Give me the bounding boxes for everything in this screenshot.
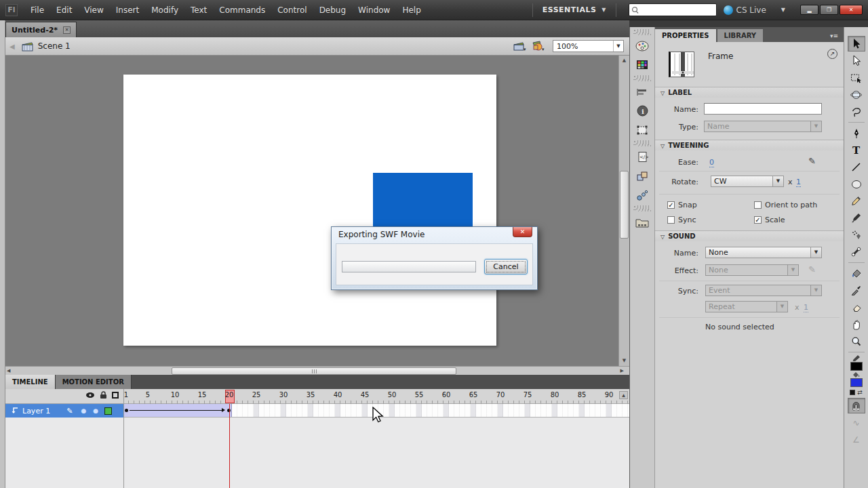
search-field[interactable] xyxy=(640,5,708,15)
layer-name-cell[interactable]: Layer 1 ✎ ● ● xyxy=(5,404,123,418)
document-tab[interactable]: Untitled-2* ✕ xyxy=(5,22,77,37)
timeline-scroll-up-icon[interactable]: ▲ xyxy=(619,391,628,399)
minimize-button[interactable]: ▂ xyxy=(800,5,818,15)
dock-drag-handle[interactable] xyxy=(633,140,651,146)
smooth-option-icon[interactable]: ∿ xyxy=(848,415,865,430)
edit-scene-icon[interactable]: ▾ xyxy=(513,41,527,52)
tool-line[interactable] xyxy=(848,159,865,175)
scroll-up-icon[interactable]: ▲ xyxy=(619,56,629,65)
dialog-close-button[interactable]: ✕ xyxy=(513,227,532,237)
menu-help[interactable]: Help xyxy=(396,0,427,20)
chevron-down-icon[interactable]: ▼ xyxy=(781,7,785,13)
components-panel-icon[interactable] xyxy=(633,167,651,184)
stroke-color-swatch[interactable] xyxy=(850,362,863,371)
black-white-colors-icon[interactable] xyxy=(850,390,855,395)
layer-name[interactable]: Layer 1 xyxy=(22,407,50,415)
scroll-down-icon[interactable]: ▼ xyxy=(619,357,629,365)
tool-lasso[interactable] xyxy=(848,104,865,119)
tool-eyedropper[interactable] xyxy=(848,283,865,298)
tool-brush[interactable] xyxy=(848,210,865,226)
tool-free-transform[interactable] xyxy=(848,70,865,85)
orient-to-path-checkbox[interactable]: Orient to path xyxy=(754,201,817,209)
tool-subselection[interactable] xyxy=(848,53,865,68)
outline-layers-icon[interactable] xyxy=(112,392,119,399)
workspace-switcher[interactable]: ESSENTIALS xyxy=(538,5,601,14)
zoom-level-select[interactable]: 100% ▼ xyxy=(553,40,624,52)
ease-hot-value[interactable]: 0 xyxy=(709,158,714,167)
scroll-right-icon[interactable]: ▶ xyxy=(620,367,624,375)
scene-breadcrumb[interactable]: Scene 1 xyxy=(38,41,71,51)
tab-close-icon[interactable]: ✕ xyxy=(63,26,71,34)
section-header-sound[interactable]: ▽SOUND xyxy=(655,230,844,241)
color-panel-icon[interactable] xyxy=(633,37,651,54)
swap-colors-icon[interactable]: ⇄ xyxy=(857,389,863,396)
project-panel-icon[interactable] xyxy=(633,214,651,230)
sound-repeat-dropdown[interactable]: Repeat▼ xyxy=(705,301,788,312)
tab-properties[interactable]: PROPERTIES xyxy=(655,29,716,42)
fill-color-swatch[interactable] xyxy=(850,378,863,387)
restore-button[interactable]: ❐ xyxy=(820,5,838,15)
dialog-titlebar[interactable]: Exporting SWF Movie xyxy=(332,227,537,242)
repeat-count-value[interactable]: 1 xyxy=(804,303,808,312)
lock-layers-icon[interactable] xyxy=(100,391,107,399)
dock-drag-handle[interactable] xyxy=(633,29,651,35)
keyframe-dot-start[interactable] xyxy=(125,409,128,412)
tool-3d-rotation[interactable] xyxy=(848,87,865,102)
cancel-button[interactable]: Cancel xyxy=(484,259,528,274)
tool-hand[interactable] xyxy=(848,317,865,332)
show-hide-layers-icon[interactable] xyxy=(85,392,95,399)
horizontal-scroll-thumb[interactable] xyxy=(172,367,456,375)
timeline-divider[interactable] xyxy=(123,389,124,488)
tool-oval[interactable] xyxy=(848,176,865,192)
tool-pen[interactable] xyxy=(848,125,865,141)
menu-commands[interactable]: Commands xyxy=(213,0,271,20)
help-arrow-icon[interactable]: ↗ xyxy=(827,49,837,59)
menu-modify[interactable]: Modify xyxy=(145,0,184,20)
sync-checkbox[interactable]: Sync xyxy=(667,216,696,224)
tab-library[interactable]: LIBRARY xyxy=(717,29,764,42)
layer-visible-dot[interactable]: ● xyxy=(81,407,86,414)
stage-canvas[interactable] xyxy=(123,75,496,346)
dock-drag-handle[interactable] xyxy=(633,205,651,211)
sound-name-dropdown[interactable]: None▼ xyxy=(705,247,822,258)
sound-effect-dropdown[interactable]: None▼ xyxy=(705,264,799,276)
menu-file[interactable]: File xyxy=(24,0,50,20)
sound-sync-dropdown[interactable]: Event▼ xyxy=(705,285,822,296)
tool-paint-bucket[interactable] xyxy=(848,266,865,281)
horizontal-scrollbar[interactable]: ◀ ▶ xyxy=(5,366,629,375)
snap-checkbox[interactable]: ✓Snap xyxy=(667,201,697,209)
label-type-dropdown[interactable]: Name▼ xyxy=(704,121,822,132)
tool-zoom[interactable] xyxy=(848,333,865,349)
back-arrow-icon[interactable]: ◀ xyxy=(9,43,15,50)
tool-spray-brush[interactable] xyxy=(848,227,865,243)
scale-checkbox[interactable]: ✓Scale xyxy=(754,216,785,224)
search-input[interactable] xyxy=(629,3,717,16)
pasteboard[interactable]: ▲ ▼ xyxy=(5,56,629,366)
edit-ease-pencil-icon[interactable]: ✎ xyxy=(808,156,816,166)
tab-timeline[interactable]: TIMELINE xyxy=(5,375,56,389)
layer-row[interactable]: Layer 1 ✎ ● ● xyxy=(0,404,629,418)
transform-panel-icon[interactable] xyxy=(633,121,651,138)
menu-debug[interactable]: Debug xyxy=(313,0,352,20)
align-panel-icon[interactable] xyxy=(633,83,651,100)
rotate-count-hot-value[interactable]: 1 xyxy=(796,178,801,187)
menu-control[interactable]: Control xyxy=(271,0,313,20)
straighten-option-icon[interactable]: ∠ xyxy=(848,432,865,447)
section-header-tweening[interactable]: ▽TWEENING xyxy=(655,140,844,150)
tool-pencil[interactable] xyxy=(848,193,865,209)
snap-to-objects-magnet-icon[interactable] xyxy=(848,398,865,413)
tab-motion-editor[interactable]: MOTION EDITOR xyxy=(56,375,132,389)
motion-tween-span[interactable] xyxy=(123,404,232,417)
layer-outline-color-swatch[interactable] xyxy=(104,407,112,415)
motion-presets-panel-icon[interactable] xyxy=(633,186,651,203)
menu-view[interactable]: View xyxy=(78,0,109,20)
dock-drag-handle[interactable] xyxy=(633,75,651,81)
menu-window[interactable]: Window xyxy=(352,0,396,20)
menu-insert[interactable]: Insert xyxy=(110,0,145,20)
edit-symbols-icon[interactable]: ▾ xyxy=(531,41,546,52)
close-button[interactable]: ✕ xyxy=(840,5,863,15)
tool-text[interactable]: T xyxy=(848,142,865,158)
rotate-dropdown[interactable]: CW▼ xyxy=(711,176,784,187)
code-snippets-panel-icon[interactable]: </> xyxy=(633,148,651,165)
scroll-left-icon[interactable]: ◀ xyxy=(7,367,10,375)
